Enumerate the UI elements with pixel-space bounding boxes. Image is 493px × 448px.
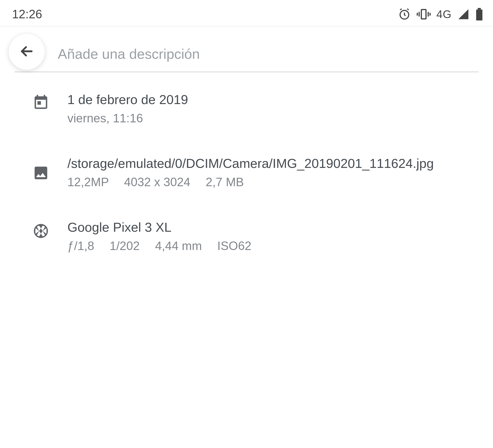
camera-aperture: ƒ/1,8 (67, 239, 94, 253)
file-meta: 12,2MP 4032 x 3024 2,7 MB (67, 174, 479, 191)
svg-rect-4 (427, 12, 429, 16)
camera-shutter: 1/202 (98, 239, 140, 253)
svg-rect-7 (478, 8, 481, 10)
back-button[interactable] (9, 34, 45, 70)
file-size: 2,7 MB (193, 175, 244, 189)
image-icon (31, 155, 51, 181)
file-megapixels: 12,2MP (67, 175, 109, 189)
alarm-icon (398, 8, 411, 21)
status-time: 12:26 (12, 7, 42, 21)
camera-iso: ISO62 (205, 239, 252, 253)
aperture-icon (31, 219, 51, 240)
vibrate-icon (417, 8, 431, 21)
camera-meta: ƒ/1,8 1/202 4,44 mm ISO62 (67, 238, 479, 254)
signal-icon (457, 8, 470, 20)
status-icons: 4G (398, 8, 483, 21)
file-row: /storage/emulated/0/DCIM/Camera/IMG_2019… (31, 155, 479, 190)
svg-rect-5 (429, 13, 431, 16)
photo-date: 1 de febrero de 2019 (67, 92, 479, 108)
description-input[interactable] (14, 39, 479, 72)
svg-rect-1 (421, 10, 426, 19)
svg-rect-6 (476, 10, 482, 21)
file-path: /storage/emulated/0/DCIM/Camera/IMG_2019… (67, 155, 479, 172)
network-type-label: 4G (437, 8, 452, 21)
calendar-icon (31, 92, 51, 110)
camera-focal-length: 4,44 mm (143, 239, 202, 253)
camera-row: Google Pixel 3 XL ƒ/1,8 1/202 4,44 mm IS… (31, 219, 479, 254)
svg-rect-2 (418, 12, 420, 16)
file-dimensions: 4032 x 3024 (112, 175, 190, 189)
header (0, 26, 493, 72)
svg-rect-3 (417, 13, 418, 16)
date-row: 1 de febrero de 2019 viernes, 11:16 (31, 92, 479, 126)
battery-icon (475, 8, 483, 21)
arrow-left-icon (18, 43, 35, 61)
photo-day-time: viernes, 11:16 (67, 110, 479, 127)
details-section: 1 de febrero de 2019 viernes, 11:16 /sto… (0, 72, 493, 254)
status-bar: 12:26 4G (0, 0, 493, 26)
camera-device: Google Pixel 3 XL (67, 219, 479, 236)
